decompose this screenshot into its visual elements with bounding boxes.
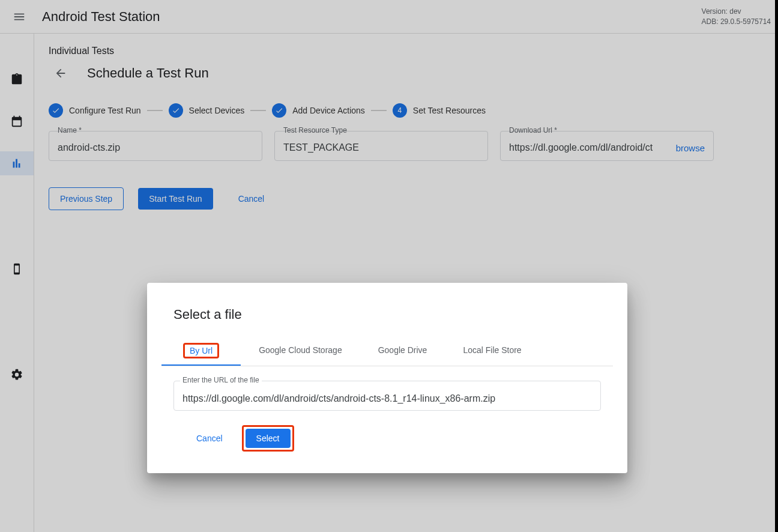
dialog-cancel-button[interactable]: Cancel — [185, 428, 234, 449]
dialog-select-button[interactable]: Select — [246, 429, 291, 448]
select-file-dialog: Select a file By Url Google Cloud Storag… — [147, 283, 627, 473]
tab-by-url[interactable]: By Url — [161, 337, 241, 366]
tab-gcs[interactable]: Google Cloud Storage — [241, 337, 360, 366]
highlight-box: By Url — [183, 343, 219, 358]
highlight-box: Select — [242, 425, 294, 452]
tab-local[interactable]: Local File Store — [445, 337, 539, 366]
tab-gdrive[interactable]: Google Drive — [360, 337, 445, 366]
url-input[interactable]: Enter the URL of the file https://dl.goo… — [173, 381, 601, 411]
dialog-tabs: By Url Google Cloud Storage Google Drive… — [161, 337, 613, 366]
url-input-label: Enter the URL of the file — [180, 376, 262, 384]
dialog-title: Select a file — [173, 307, 601, 322]
url-input-value: https://dl.google.com/dl/android/cts/and… — [182, 393, 495, 404]
